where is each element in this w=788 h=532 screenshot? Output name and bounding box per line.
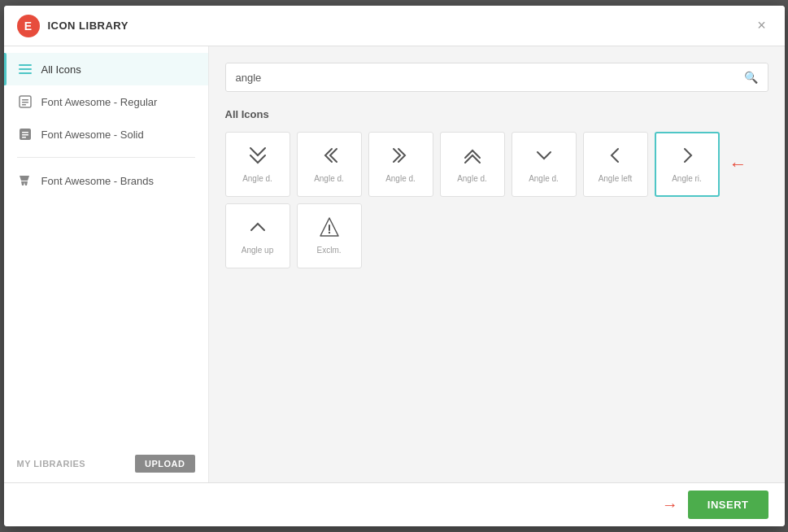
sidebar-item-fa-solid[interactable]: Font Awesome - Solid: [4, 118, 208, 150]
dialog-footer: → INSERT: [4, 482, 785, 526]
svg-point-11: [328, 232, 329, 233]
icon-label: Angle d.: [525, 174, 562, 184]
app-logo: E: [17, 15, 40, 37]
icon-cell-exclamation[interactable]: Exclm.: [297, 203, 362, 268]
angle-dr-glyph: [390, 145, 411, 169]
angle-left-glyph: [605, 145, 626, 169]
main-content: 🔍 All Icons Angle d.: [209, 46, 785, 482]
search-bar: 🔍: [225, 63, 768, 92]
fa-brands-icon: [17, 172, 33, 189]
angle-down-glyph: [533, 145, 555, 169]
icons-grid-row2: Angle up Exclm.: [225, 203, 768, 268]
icon-cell-angle-dl[interactable]: Angle d.: [297, 132, 362, 197]
svg-rect-4: [22, 99, 28, 101]
angle-dd-glyph: [247, 145, 268, 169]
list-icon: [17, 61, 33, 77]
dialog-body: All Icons Font Awesome - Regular: [4, 46, 785, 482]
sidebar-divider: [17, 157, 195, 158]
icon-label: Angle left: [595, 174, 636, 184]
sidebar-item-label: Font Awesome - Brands: [41, 175, 155, 187]
insert-button[interactable]: INSERT: [688, 491, 768, 519]
selection-arrow-indicator: ←: [729, 154, 747, 175]
icon-cell-angle-du[interactable]: Angle d.: [440, 132, 505, 197]
sidebar-item-fa-brands[interactable]: Font Awesome - Brands: [4, 164, 208, 197]
icon-cell-angle-up[interactable]: Angle up: [225, 203, 290, 268]
icon-cell-angle-right[interactable]: Angle ri. ←: [655, 132, 720, 197]
angle-dl-glyph: [319, 145, 340, 169]
logo-letter: E: [24, 20, 32, 33]
upload-button[interactable]: UPLOAD: [135, 455, 194, 473]
angle-du-glyph: [462, 145, 483, 169]
my-libraries-section: MY LIBRARIES UPLOAD: [4, 445, 208, 482]
footer-arrow-icon: →: [662, 495, 678, 514]
section-title: All Icons: [225, 108, 768, 120]
icon-cell-angle-down[interactable]: Angle d.: [512, 132, 577, 197]
icons-grid: Angle d. Angle d. Angle d.: [225, 132, 768, 197]
svg-rect-9: [22, 134, 28, 136]
icon-library-dialog: E ICON LIBRARY × All Icons: [4, 6, 785, 526]
sidebar-item-all-icons[interactable]: All Icons: [4, 53, 208, 85]
icon-label: Angle d.: [239, 174, 276, 184]
svg-rect-5: [22, 102, 28, 103]
sidebar-item-label: Font Awesome - Solid: [41, 129, 144, 141]
my-libraries-label: MY LIBRARIES: [17, 459, 136, 469]
sidebar-item-fa-regular[interactable]: Font Awesome - Regular: [4, 85, 208, 118]
icon-label: Exclm.: [314, 246, 345, 255]
svg-rect-6: [22, 104, 26, 106]
svg-rect-2: [19, 72, 32, 74]
dialog-title: ICON LIBRARY: [48, 20, 752, 32]
icon-label: Angle d.: [382, 174, 419, 184]
fa-solid-icon: [17, 126, 33, 142]
icon-label: Angle ri.: [668, 174, 705, 184]
icon-label: Angle d.: [311, 174, 347, 184]
icon-cell-angle-dr[interactable]: Angle d.: [368, 132, 433, 197]
sidebar-item-label: All Icons: [41, 63, 81, 76]
angle-right-glyph: [677, 145, 698, 169]
exclamation-glyph: [319, 216, 340, 241]
svg-rect-10: [22, 137, 26, 138]
svg-rect-0: [19, 64, 32, 66]
fa-regular-icon: [17, 94, 33, 110]
sidebar-item-label: Font Awesome - Regular: [41, 96, 158, 108]
icons-grid-wrapper: Angle d. Angle d. Angle d.: [225, 132, 768, 268]
dialog-header: E ICON LIBRARY ×: [4, 6, 785, 46]
icon-cell-angle-left[interactable]: Angle left: [583, 132, 648, 197]
sidebar-nav: All Icons Font Awesome - Regular: [4, 46, 208, 445]
sidebar: All Icons Font Awesome - Regular: [4, 46, 209, 482]
svg-rect-8: [22, 132, 28, 133]
svg-rect-1: [19, 68, 32, 70]
search-input[interactable]: [236, 72, 744, 84]
icon-label: Angle d.: [454, 174, 490, 184]
icon-cell-angle-dd[interactable]: Angle d.: [225, 132, 290, 197]
search-icon: 🔍: [744, 71, 758, 84]
close-button[interactable]: ×: [752, 16, 772, 36]
icon-label: Angle up: [238, 246, 276, 255]
angle-up-glyph: [247, 216, 268, 241]
